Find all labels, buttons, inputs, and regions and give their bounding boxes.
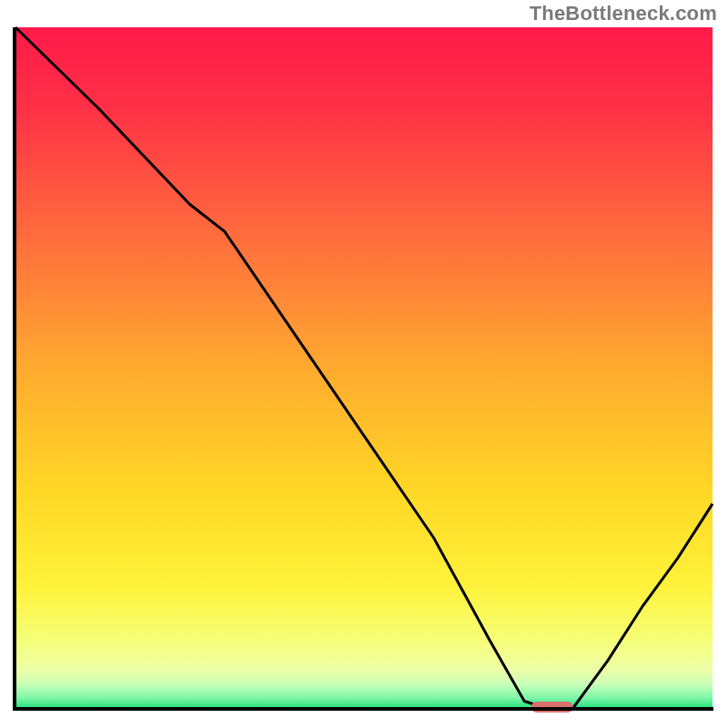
chart-frame: { "watermark": "TheBottleneck.com", "cha…: [0, 0, 728, 728]
bottleneck-chart: [0, 0, 728, 728]
